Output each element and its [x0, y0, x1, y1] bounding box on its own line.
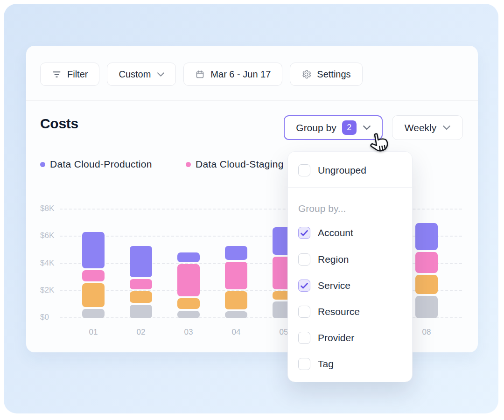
bar-segment-01[interactable]	[82, 309, 105, 318]
x-axis-tick-label: 04	[225, 328, 247, 337]
y-axis-tick-label: $4K	[40, 259, 61, 268]
y-axis-tick-label: $6K	[40, 231, 61, 240]
bar-segment-01[interactable]	[82, 283, 105, 307]
checkbox-unchecked[interactable]	[298, 253, 310, 266]
checkbox-ungrouped[interactable]	[298, 164, 310, 176]
bar-segment-03[interactable]	[177, 311, 200, 318]
y-axis-tick-label: $8K	[40, 204, 61, 213]
menu-item-account[interactable]: Account	[288, 219, 412, 246]
menu-item-provider[interactable]: Provider	[288, 325, 412, 351]
menu-item-label: Provider	[318, 332, 354, 343]
checkbox-unchecked[interactable]	[298, 332, 310, 344]
page: Filter Custom	[0, 0, 504, 420]
menu-divider	[288, 187, 412, 188]
bar-segment-03[interactable]	[177, 252, 200, 263]
bar-segment-04[interactable]	[225, 311, 247, 318]
bar-segment-01[interactable]	[82, 232, 105, 269]
menu-options: AccountRegionServiceResourceProviderTag	[288, 219, 412, 377]
x-axis-tick-label: 02	[130, 328, 152, 337]
bar-segment-04[interactable]	[225, 262, 247, 290]
bar-segment-03[interactable]	[177, 264, 200, 296]
menu-item-region[interactable]: Region	[288, 246, 412, 273]
x-axis-tick-label: 01	[82, 328, 105, 337]
bar-segment-04[interactable]	[225, 291, 247, 309]
bar-segment-04[interactable]	[225, 246, 247, 259]
menu-item-label: Tag	[318, 358, 334, 370]
menu-item-label: Service	[318, 280, 350, 291]
bar-segment-08[interactable]	[415, 252, 438, 273]
bar-segment-03[interactable]	[177, 298, 200, 309]
menu-item-ungrouped[interactable]: Ungrouped	[288, 157, 412, 183]
y-axis-tick-label: $2K	[40, 286, 61, 295]
menu-item-label: Region	[318, 254, 349, 265]
menu-item-label: Ungrouped	[318, 165, 366, 176]
menu-item-label: Resource	[318, 306, 360, 317]
checkbox-checked[interactable]	[298, 227, 310, 239]
bar-segment-08[interactable]	[415, 223, 438, 250]
bar-segment-02[interactable]	[130, 279, 152, 289]
app-background: Filter Custom	[4, 4, 498, 413]
bar-segment-08[interactable]	[415, 275, 438, 294]
menu-item-service[interactable]: Service	[288, 273, 412, 299]
group-by-menu: Ungrouped Group by... AccountRegionServi…	[287, 151, 413, 382]
bar-segment-02[interactable]	[130, 305, 152, 318]
bar-segment-02[interactable]	[130, 291, 152, 303]
checkbox-unchecked[interactable]	[298, 306, 310, 318]
bar-segment-01[interactable]	[82, 270, 105, 281]
bar-segment-08[interactable]	[415, 296, 438, 318]
y-axis-tick-label: $0	[40, 313, 61, 322]
checkbox-unchecked[interactable]	[298, 358, 310, 370]
menu-item-label: Account	[318, 227, 353, 238]
x-axis-tick-label: 03	[177, 328, 200, 337]
menu-item-tag[interactable]: Tag	[288, 351, 412, 377]
x-axis-tick-label: 08	[415, 328, 438, 337]
checkbox-checked[interactable]	[298, 280, 310, 292]
menu-item-resource[interactable]: Resource	[288, 299, 412, 325]
bar-segment-02[interactable]	[130, 246, 152, 277]
menu-section-label: Group by...	[288, 191, 412, 219]
